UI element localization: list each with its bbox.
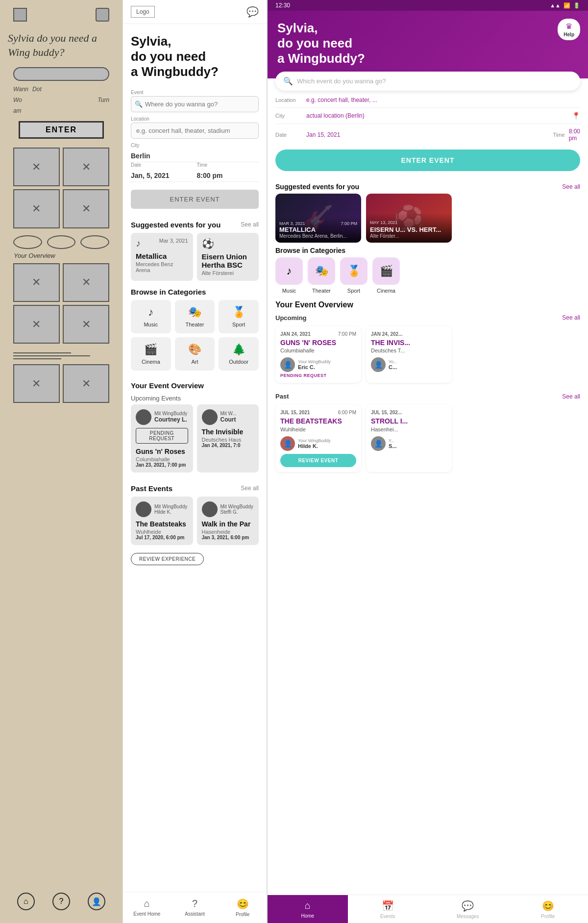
hifi-cat-label-music: Music <box>282 288 296 294</box>
hifi-enter-button[interactable]: ENTER EVENT <box>275 150 580 171</box>
hifi-past1-buddy-info: Your WingBuddy Hilde K. <box>298 438 356 449</box>
hifi-event-card-metallica[interactable]: 🎸 MAR 3, 2021 7:00 PM METALLICA Mercedes… <box>275 194 361 243</box>
wf-categories-grid: ♪ Music 🎭 Theater 🏅 Sport 🎬 Cinema 🎨 Art… <box>123 300 267 371</box>
wf-profile-label: Profile <box>236 912 249 917</box>
hifi-help-button[interactable]: ♛ Help <box>558 19 580 40</box>
hifi-cat-music[interactable]: ♪ Music <box>275 257 303 294</box>
sketch-oval-3 <box>80 235 109 249</box>
hifi-location-val[interactable]: e.g. concert hall, theater, ... <box>306 97 580 103</box>
wf-event-card-1[interactable]: ♪ Mar 3, 2021 Metallica Mercedes Benz Ar… <box>131 233 193 281</box>
sketch-nav-assistant-icon[interactable]: ? <box>52 893 70 910</box>
wf-categories-header: Browse in Categories <box>123 281 267 300</box>
wf-date-value: Jan, 5, 2021 <box>131 169 193 182</box>
hifi-date-label: Date <box>275 132 302 138</box>
hifi-card2-name: EISERN U... VS. HERT... <box>370 226 448 233</box>
hifi-see-all-3[interactable]: See all <box>562 393 580 400</box>
hifi-signal-icon: ▲▲ <box>550 2 561 8</box>
hifi-nav-home[interactable]: ⌂ Home <box>268 895 348 923</box>
hifi-event-card-eisern[interactable]: ⚽ MAY 13, 2021 EISERN U... VS. HERT... A… <box>366 194 452 243</box>
sketch-grid-2: ✕ <box>63 148 109 186</box>
wf-location-label: Location <box>131 116 259 122</box>
wf-cat-cinema[interactable]: 🎬 Cinema <box>131 337 171 371</box>
hifi-city-label: City <box>275 113 302 119</box>
wf-avatar-courtney <box>136 409 151 425</box>
hifi-past2-buddy-name: S... <box>389 443 447 449</box>
wf-upcoming-card-1[interactable]: Mit WingBuddy Courtney L. PENDING REQUES… <box>131 404 193 473</box>
wf-profile-icon: 😊 <box>237 898 249 910</box>
hifi-card1-venue: Mercedes Benz Arena, Berlin... <box>279 233 357 239</box>
hifi-panel: 12:30 ▲▲ 📶 🔋 Sylvia, do you need a Wingb… <box>267 0 588 923</box>
hifi-past-card-1[interactable]: JUL 15, 2021 6:00 PM THE BEATSTEAKS Wuhl… <box>275 405 361 472</box>
hifi-see-all-2[interactable]: See all <box>562 314 580 321</box>
hifi-ov2-buddy-info: Yo... C... <box>389 359 447 370</box>
wf-past-card-1[interactable]: Mit WingBuddy Hilde K. The Beatsteaks Wu… <box>131 497 193 545</box>
hifi-status-bar: 12:30 ▲▲ 📶 🔋 <box>268 0 588 11</box>
wf-event-input[interactable] <box>131 96 259 112</box>
hifi-city-val[interactable]: actual location (Berlin) <box>306 112 568 119</box>
hifi-time-val[interactable]: 8:00 pm <box>569 128 580 142</box>
hifi-cat-sport[interactable]: 🏅 Sport <box>340 257 368 294</box>
hifi-ov1-date-row: JAN 24, 2021 7:00 PM <box>280 331 356 337</box>
wf-location-input[interactable] <box>131 123 259 139</box>
sketch-nav-home-icon[interactable]: ⌂ <box>17 893 35 910</box>
wf-review-button[interactable]: REVIEW EXPERIENCE <box>131 553 204 565</box>
hifi-ov1-date: JAN 24, 2021 <box>280 331 311 337</box>
hifi-cat-cinema[interactable]: 🎬 Cinema <box>372 257 400 294</box>
wf-cat-music[interactable]: ♪ Music <box>131 300 171 333</box>
hifi-past2-buddy-info: Y... S... <box>389 438 447 449</box>
wf-nav-assistant[interactable]: ? Assistant <box>171 892 219 923</box>
hifi-past2-venue: Hasenhei... <box>371 426 447 432</box>
hifi-past-card-2[interactable]: JUL 15, 202... STROLL I... Hasenhei... 👤… <box>366 405 452 472</box>
wf-enter-button[interactable]: ENTER EVENT <box>131 190 259 209</box>
wf-nav-home[interactable]: ⌂ Event Home <box>123 892 171 923</box>
hifi-cat-label-sport: Sport <box>347 288 360 294</box>
hifi-ov2-name: THE INVIS... <box>371 339 447 347</box>
sketch-input[interactable] <box>13 67 109 81</box>
hifi-nav-profile[interactable]: 😊 Profile <box>508 895 588 923</box>
wf-event2-date: Jan 24, 2021, 7:0 <box>202 443 254 448</box>
hifi-browse-header: Browse in Categories <box>268 243 588 257</box>
hifi-upcoming-card-1[interactable]: JAN 24, 2021 7:00 PM GUNS 'N' ROSES Colu… <box>275 326 361 383</box>
wf-nav-profile[interactable]: 😊 Profile <box>219 892 267 923</box>
wf-cat-theater[interactable]: 🎭 Theater <box>175 300 215 333</box>
hifi-date-val[interactable]: Jan 15, 2021 <box>306 131 545 138</box>
wf-pending-button-1[interactable]: PENDING REQUEST <box>136 428 188 444</box>
hifi-ov2-venue: Deutsches T... <box>371 348 447 353</box>
sketch-overview-label: Your Overview <box>14 252 55 259</box>
hifi-see-all-1[interactable]: See all <box>562 183 580 190</box>
wf-event1-venue: Columbiahalle <box>136 456 188 462</box>
hifi-ov2-date: JAN 24, 202... <box>371 331 402 337</box>
wf-chat-icon[interactable]: 💬 <box>246 6 259 18</box>
wf-cat-outdoor[interactable]: 🌲 Outdoor <box>219 337 259 371</box>
wf-cat-sport[interactable]: 🏅 Sport <box>219 300 259 333</box>
hifi-messages-label: Messages <box>457 914 479 919</box>
sketch-bottom-nav: ⌂ ? 👤 <box>13 883 109 915</box>
wf-past1-name: The Beatsteaks <box>136 520 188 528</box>
hifi-review-button[interactable]: REVIEW EVENT <box>280 454 356 467</box>
wf-past-card-2[interactable]: Mit WingBuddy Steffi G. Walk in the Par … <box>197 497 259 545</box>
hifi-nav-events[interactable]: 📅 Events <box>348 895 428 923</box>
wf-event-card-2[interactable]: ⚽ Eisern Union Hertha BSC Alte Försterei <box>197 233 259 281</box>
hifi-search-icon: 🔍 <box>283 76 293 86</box>
wf-logo: Logo <box>131 6 155 18</box>
wf-see-all-1[interactable]: See all <box>241 221 259 228</box>
sketch-label-wo: Wo <box>13 97 22 103</box>
wf-cat-art[interactable]: 🎨 Art <box>175 337 215 371</box>
hifi-home-label: Home <box>301 913 314 919</box>
wf-upcoming-card-2[interactable]: Mit W... Court The Invisible Deutsches H… <box>197 404 259 473</box>
sketch-nav-profile-icon[interactable]: 👤 <box>88 893 105 910</box>
wf-see-all-past[interactable]: See all <box>241 485 259 492</box>
hifi-search-bar[interactable]: 🔍 Which event do you wanna go? <box>275 72 580 91</box>
hifi-cat-theater[interactable]: 🎭 Theater <box>308 257 335 294</box>
hifi-past2-date: JUL 15, 202... <box>371 410 402 415</box>
hifi-nav-messages[interactable]: 💬 Messages <box>428 895 508 923</box>
hifi-upcoming-label: Upcoming <box>275 314 307 322</box>
sketch-enter-button[interactable]: ENTER <box>19 121 104 139</box>
hifi-ov2-buddy-row: 👤 Yo... C... <box>371 357 447 372</box>
wf-date-label: Date <box>131 162 193 168</box>
hifi-upcoming-card-2[interactable]: JAN 24, 202... THE INVIS... Deutsches T.… <box>366 326 452 383</box>
hifi-divider-2 <box>275 124 580 124</box>
hifi-cat-label-theater: Theater <box>312 288 331 294</box>
wf-cat-label-art: Art <box>191 359 198 365</box>
sketch-icon-right <box>96 8 109 22</box>
